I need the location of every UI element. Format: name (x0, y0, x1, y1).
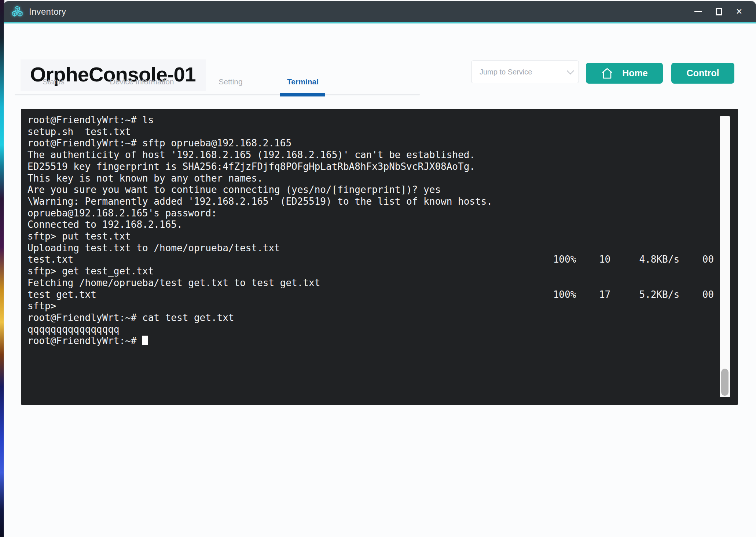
terminal-line: root@FriendlyWrt:~# sftp oprueba@192.168… (27, 138, 738, 149)
tab-setting[interactable]: Setting (219, 77, 242, 86)
tab-terminal[interactable]: Terminal (287, 77, 319, 86)
terminal-line: oprueba@192.168.2.165's password: (27, 208, 738, 219)
maximize-button[interactable] (708, 1, 729, 22)
terminal[interactable]: root@FriendlyWrt:~# lssetup.sh test.txtr… (21, 109, 738, 405)
terminal-line: sftp> put test.txt (27, 231, 738, 242)
cubes-icon (10, 5, 24, 19)
terminal-line: root@FriendlyWrt:~# cat test_get.txt (27, 312, 738, 324)
tab-divider (15, 94, 420, 95)
app-title: Inventory (29, 7, 66, 17)
close-icon: ✕ (736, 7, 742, 16)
minimize-button[interactable] (688, 1, 708, 22)
terminal-line: Uploading test.txt to /home/oprueba/test… (27, 242, 738, 254)
terminal-line: test_get.txt100% 17 5.2KB/s 00 (27, 289, 738, 301)
page-header: OrpheConsole-01 Jump to Service Home Con… (4, 23, 756, 78)
terminal-scrollbar[interactable] (720, 116, 730, 397)
tab-device-information[interactable]: Device Information (110, 77, 174, 86)
tab-bar: Status Device Information Setting Termin… (4, 74, 756, 99)
terminal-line: The authenticity of host '192.168.2.165 … (27, 149, 738, 161)
terminal-line: ED25519 key fingerprint is SHA256:4fZjzF… (27, 161, 738, 173)
terminal-line: Fetching /home/oprueba/test_get.txt to t… (27, 277, 738, 289)
terminal-line: Connected to 192.168.2.165. (27, 219, 738, 231)
chevron-down-icon (567, 67, 574, 74)
maximize-icon (716, 8, 722, 15)
terminal-line: sftp> get test_get.txt (27, 266, 738, 277)
terminal-output: root@FriendlyWrt:~# lssetup.sh test.txtr… (27, 114, 738, 347)
terminal-line: root@FriendlyWrt:~# ls (27, 114, 738, 126)
active-tab-underline (280, 93, 325, 96)
app-window: Inventory ✕ OrpheConsole-01 Jump to Serv… (4, 1, 756, 537)
titlebar: Inventory ✕ (4, 1, 756, 22)
minimize-icon (694, 11, 702, 12)
close-button[interactable]: ✕ (729, 1, 749, 22)
terminal-line: test.txt100% 10 4.8KB/s 00 (27, 254, 738, 266)
terminal-line: \Warning: Permanently added '192.168.2.1… (27, 196, 738, 208)
terminal-scrollbar-thumb[interactable] (721, 369, 729, 396)
terminal-line: This key is not known by any other names… (27, 173, 738, 185)
terminal-line: root@FriendlyWrt:~# (27, 335, 738, 347)
window-controls: ✕ (688, 1, 749, 22)
tab-status[interactable]: Status (43, 77, 65, 86)
terminal-line: qqqqqqqqqqqqqqqq (27, 324, 738, 336)
terminal-line: setup.sh test.txt (27, 126, 738, 138)
terminal-line: Are you sure you want to continue connec… (27, 184, 738, 196)
terminal-cursor (142, 336, 148, 345)
terminal-line: sftp> (27, 300, 738, 312)
